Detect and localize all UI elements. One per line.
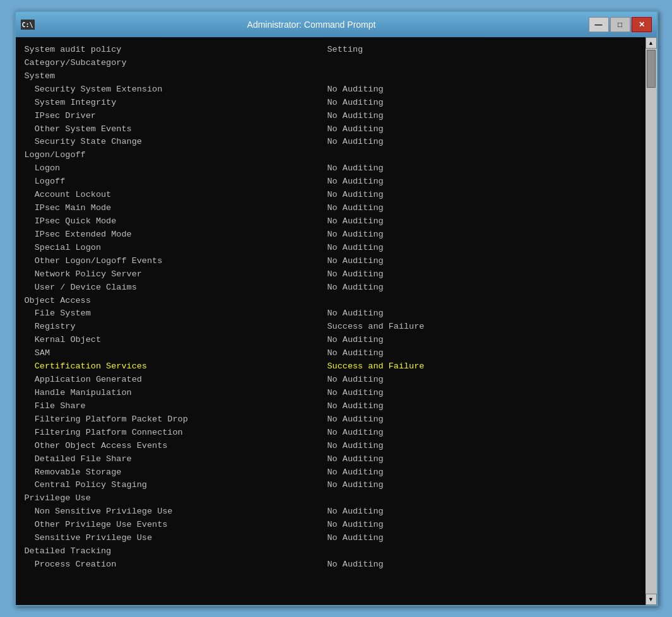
table-row: Object Access (25, 295, 637, 308)
table-row: File SystemNo Auditing (25, 307, 637, 320)
category-cell: Filtering Platform Connection (25, 426, 327, 440)
setting-cell: No Auditing (327, 426, 637, 440)
close-button[interactable]: ✕ (632, 17, 652, 32)
table-row: Kernal ObjectNo Auditing (25, 334, 637, 347)
category-cell: File System (25, 307, 327, 320)
table-row: RegistrySuccess and Failure (25, 320, 637, 334)
setting-cell: Success and Failure (327, 360, 637, 373)
table-row: LogoffNo Auditing (25, 175, 637, 189)
setting-cell: No Auditing (327, 189, 637, 202)
table-row: Certification ServicesSuccess and Failur… (25, 360, 637, 373)
setting-cell: No Auditing (327, 519, 637, 532)
header-category: System audit policy (25, 44, 327, 57)
header-subcategory: Category/Subcategory (25, 57, 327, 70)
scroll-down-arrow[interactable]: ▼ (645, 594, 657, 605)
table-row: Central Policy StagingNo Auditing (25, 479, 637, 492)
scroll-thumb[interactable] (647, 50, 656, 88)
setting-cell: No Auditing (327, 400, 637, 413)
table-row: Sensitive Privilege UseNo Auditing (25, 532, 637, 545)
table-row: LogonNo Auditing (25, 162, 637, 175)
titlebar-center: Administrator: Command Prompt (35, 19, 589, 30)
setting-cell: No Auditing (327, 373, 637, 387)
category-cell: Process Creation (25, 558, 327, 572)
setting-cell: No Auditing (327, 83, 637, 97)
titlebar-buttons: — □ ✕ (589, 17, 652, 32)
setting-cell: No Auditing (327, 466, 637, 479)
setting-cell: No Auditing (327, 505, 637, 519)
table-row: IPsec Main ModeNo Auditing (25, 202, 637, 215)
table-row: System IntegrityNo Auditing (25, 97, 637, 110)
setting-cell: No Auditing (327, 334, 637, 347)
table-row: Handle ManipulationNo Auditing (25, 387, 637, 400)
category-cell: Network Policy Server (25, 268, 327, 281)
category-cell: Other System Events (25, 123, 327, 136)
setting-cell: No Auditing (327, 136, 637, 149)
category-cell: Privilege Use (25, 492, 327, 505)
setting-cell: No Auditing (327, 110, 637, 123)
table-row: Special LogonNo Auditing (25, 242, 637, 255)
category-cell: Kernal Object (25, 334, 327, 347)
category-cell: Security System Extension (25, 83, 327, 97)
window-title: Administrator: Command Prompt (247, 20, 376, 30)
setting-cell: Success and Failure (327, 320, 637, 334)
category-cell: Central Policy Staging (25, 479, 327, 492)
category-cell: Certification Services (25, 360, 327, 373)
table-row: Non Sensitive Privilege UseNo Auditing (25, 505, 637, 519)
category-cell: Logoff (25, 175, 327, 189)
category-cell: Non Sensitive Privilege Use (25, 505, 327, 519)
table-row: Other System EventsNo Auditing (25, 123, 637, 136)
minimize-button[interactable]: — (589, 17, 609, 32)
content-area: System audit policySettingCategory/Subca… (16, 37, 657, 605)
setting-cell: No Auditing (327, 255, 637, 268)
category-cell: IPsec Main Mode (25, 202, 327, 215)
setting-cell: No Auditing (327, 97, 637, 110)
setting-cell: No Auditing (327, 268, 637, 281)
scroll-up-arrow[interactable]: ▲ (645, 37, 657, 49)
maximize-button[interactable]: □ (610, 17, 630, 32)
scroll-track[interactable] (645, 49, 657, 594)
category-cell: Special Logon (25, 242, 327, 255)
header-setting: Setting (327, 44, 637, 57)
setting-cell: No Auditing (327, 558, 637, 572)
table-row: Detailed Tracking (25, 545, 637, 558)
setting-cell: No Auditing (327, 202, 637, 215)
category-cell: File Share (25, 400, 327, 413)
setting-cell: No Auditing (327, 281, 637, 295)
category-cell: Sensitive Privilege Use (25, 532, 327, 545)
setting-cell: No Auditing (327, 453, 637, 466)
setting-cell: No Auditing (327, 413, 637, 426)
setting-cell: No Auditing (327, 532, 637, 545)
table-row: Filtering Platform ConnectionNo Auditing (25, 426, 637, 440)
setting-cell: No Auditing (327, 347, 637, 360)
table-row: IPsec DriverNo Auditing (25, 110, 637, 123)
table-row: Process CreationNo Auditing (25, 558, 637, 572)
setting-cell: No Auditing (327, 307, 637, 320)
setting-cell: No Auditing (327, 175, 637, 189)
category-cell: Detailed Tracking (25, 545, 327, 558)
category-cell: IPsec Driver (25, 110, 327, 123)
table-row: System (25, 70, 637, 83)
table-row: User / Device ClaimsNo Auditing (25, 281, 637, 295)
titlebar-left: C:\ (21, 20, 35, 30)
category-cell: Filtering Platform Packet Drop (25, 413, 327, 426)
table-row: Other Logon/Logoff EventsNo Auditing (25, 255, 637, 268)
table-row: IPsec Quick ModeNo Auditing (25, 215, 637, 228)
table-row: Security System ExtensionNo Auditing (25, 83, 637, 97)
category-cell: User / Device Claims (25, 281, 327, 295)
category-cell: Application Generated (25, 373, 327, 387)
setting-cell: No Auditing (327, 123, 637, 136)
header-row-2: Category/Subcategory (25, 57, 637, 70)
table-row: Privilege Use (25, 492, 637, 505)
setting-cell: No Auditing (327, 162, 637, 175)
setting-cell: No Auditing (327, 228, 637, 242)
category-cell: System Integrity (25, 97, 327, 110)
category-cell: SAM (25, 347, 327, 360)
setting-cell: No Auditing (327, 479, 637, 492)
category-cell: Detailed File Share (25, 453, 327, 466)
table-row: Security State ChangeNo Auditing (25, 136, 637, 149)
category-cell: Logon/Logoff (25, 149, 327, 162)
terminal-output[interactable]: System audit policySettingCategory/Subca… (16, 37, 645, 605)
category-cell: Object Access (25, 295, 327, 308)
scrollbar: ▲ ▼ (645, 37, 657, 605)
category-cell: Security State Change (25, 136, 327, 149)
